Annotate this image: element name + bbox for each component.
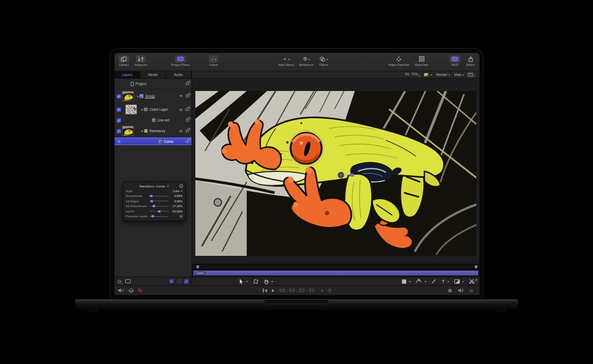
play-button[interactable] [272,289,275,292]
render-indicator-icon[interactable]: ▤ [179,108,183,112]
transform-icon [253,279,259,284]
play-range-start-marker[interactable] [196,266,199,269]
hud-button[interactable]: HUD [450,55,460,66]
line-tool[interactable] [431,279,436,284]
replicate-button[interactable]: Replicate [415,55,428,66]
pan-tool[interactable]: ▾ [264,279,273,284]
render-menu[interactable]: Render▾ [436,73,450,77]
posterize-levels-slider[interactable] [149,216,169,217]
go-to-start-button[interactable] [263,289,267,292]
hud-title: Ramsbury: Comic▾ [126,184,183,188]
duplicate-icon[interactable] [185,279,188,283]
path-points-toggle[interactable] [473,279,477,284]
import-button[interactable]: ↓▾ Import [209,55,218,66]
hud-switcher-icon[interactable]: ▾ [167,184,169,188]
canvas-image-comic-frog[interactable] [195,91,476,256]
disclosure-icon[interactable]: ▾ [141,108,143,111]
tab-media[interactable]: Media [140,71,166,78]
lock-icon[interactable] [186,95,189,97]
layout-grid-icon [468,73,473,77]
new-camera-icon[interactable] [177,279,181,283]
render-indicator-icon[interactable]: ▤ [179,129,183,133]
checkbox-line-art[interactable]: ✓ [117,118,121,123]
project-duration-icon[interactable]: ◷ [328,288,331,293]
text-tool[interactable]: T▾ [442,279,449,284]
hud-row-ink-edges[interactable]: Ink Edges 9.06% [126,199,183,204]
library-button[interactable]: Library [119,55,129,66]
play-range-end-marker[interactable] [475,266,477,269]
import-label: Import [209,63,218,66]
ink-fill-slider[interactable] [149,211,169,211]
timecode-menu-icon[interactable]: ▾ [321,289,323,292]
hud-row-ink-fill[interactable]: Ink Fill 50.00% [126,209,183,214]
checkbox-comic[interactable]: ✓ [117,139,121,143]
canvas-area[interactable] [192,79,480,264]
hud-row-ink-smoothness[interactable]: Ink Smoothness 17.26% [126,204,183,209]
layers-pane: Project ✓ ▾ Group ⚑ [115,79,192,285]
behaviors-label: Behaviors [299,63,314,66]
layout-control[interactable]: ▴▾ [468,73,475,77]
behaviors-button[interactable]: ⚙▾ Behaviors [299,55,314,66]
lock-icon[interactable] [186,130,189,132]
share-button[interactable]: Share [466,55,475,66]
filters-button[interactable]: ▾ Filters [319,55,329,66]
project-pane-icon [175,55,186,63]
layer-row-group[interactable]: ✓ ▾ Group ⚑ [115,89,192,103]
layer-row-line-art[interactable]: ✓ Line Art [115,116,192,124]
adjust-tool[interactable] [253,279,259,284]
zoom-fit-control[interactable]: Fit: 70% ▴▾ [405,72,420,77]
main-toolbar: Library Inspector Project Pane ↓▾ Import… [115,53,480,71]
filter-view-icon[interactable] [125,279,131,283]
mask-tool[interactable]: ▾ [454,279,464,284]
tab-audio[interactable]: Audio [166,71,192,78]
layer-row-project[interactable]: Project [115,79,192,89]
hud-panel[interactable]: Ramsbury: Comic▾ i Style Color▾ Smoothne… [123,181,186,221]
rectangle-tool[interactable]: ▾ [402,279,410,284]
disclosure-icon[interactable]: ▾ [141,129,143,133]
make-particles-button[interactable]: Make Particles [389,55,409,66]
add-object-label: Add Object [278,63,294,66]
canvas-toolbar: ▾ ▾ ▾ ▾ T▾ ▾ [192,277,480,285]
checkbox-ramsbury[interactable]: ✓ [117,129,121,133]
select-transform-tool[interactable]: ▾ [239,279,248,284]
checkbox-group[interactable]: ✓ [117,94,121,98]
search-icon[interactable] [118,280,121,283]
hud-row-style[interactable]: Style Color▾ [126,188,183,194]
hud-row-smoothness[interactable]: Smoothness 4.83% [126,194,183,199]
lock-icon[interactable] [186,119,189,122]
replicate-icon [417,55,427,63]
project-pane-button[interactable]: Project Pane [171,55,189,66]
view-menu[interactable]: View▾ [454,73,464,77]
lock-icon[interactable] [186,108,189,111]
clone-thumbnail [125,104,137,115]
checkbox-clone[interactable]: ✓ [117,108,121,112]
lock-icon[interactable] [186,140,189,143]
channels-swatch-control[interactable]: ▾ [424,73,432,77]
hud-row-posterize-levels[interactable]: Posterize Levels 10 [126,214,183,219]
ink-smoothness-slider[interactable] [149,206,169,207]
flag-icon[interactable]: ⚑ [179,94,183,98]
group-thumbnail [122,91,134,101]
layer-row-comic-selected[interactable]: ✓ Comic [115,138,192,145]
add-object-button[interactable]: ＋▾ Add Object [278,55,294,66]
new-group-icon[interactable] [170,279,173,283]
timecode-display[interactable]: 00:00:00:00 [279,288,315,293]
laptop-lid-notch [264,300,329,305]
mini-timeline[interactable]: Comic [192,264,480,277]
disclosure-icon[interactable]: ▾ [137,94,139,98]
info-icon[interactable]: i [179,184,183,188]
library-label: Library [119,63,128,66]
clip-label: Comic [195,271,206,275]
tab-layers[interactable]: Layers [115,71,140,78]
layer-row-ramsbury[interactable]: ✓ ▾ Ramsbury ▤ [115,124,192,138]
transport-controls: 00:00:00:00 ▾ ◷ [115,288,480,293]
make-particles-label: Make Particles [389,63,409,66]
timeline-clip-comic[interactable]: Comic [193,270,478,276]
bezier-tool[interactable]: ▾ [416,279,426,284]
smoothness-slider[interactable] [149,196,169,196]
timeline-scrubber[interactable] [192,264,480,270]
layer-row-clone[interactable]: ✓ ▾ Clone Layer ▤ [115,103,192,116]
inspector-button[interactable]: Inspector [134,55,148,66]
lock-icon[interactable] [186,82,189,85]
ink-edges-slider[interactable] [149,201,169,201]
